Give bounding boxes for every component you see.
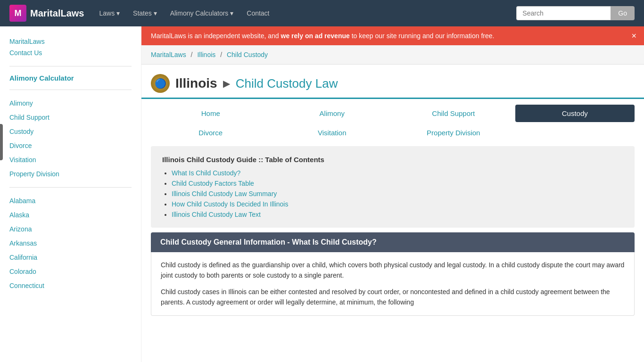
breadcrumb-illinois[interactable]: Illinois (197, 51, 215, 58)
navbar: M MaritalLaws Laws ▾ States ▾ Alimony Ca… (0, 0, 644, 26)
sidebar-link-contact[interactable]: Contact Us (9, 47, 132, 58)
brand-link[interactable]: M MaritalLaws (9, 5, 84, 22)
toc-item-3[interactable]: Illinois Child Custody Law Summary (172, 190, 277, 197)
nav-laws[interactable]: Laws ▾ (93, 7, 125, 20)
sidebar-link-child-support[interactable]: Child Support (9, 112, 132, 123)
sidebar-link-alaska[interactable]: Alaska (9, 209, 132, 221)
breadcrumb: MaritalLaws / Illinois / Child Custody (141, 45, 644, 65)
toc-item-1[interactable]: What Is Child Custody? (172, 169, 240, 177)
layout: MaritalLaws Contact Us Alimony Calculato… (0, 26, 644, 362)
toc-list: What Is Child Custody? Child Custody Fac… (162, 169, 623, 218)
breadcrumb-custody[interactable]: Child Custody (227, 51, 268, 58)
tabs-container: Home Alimony Child Support Custody Divor… (141, 99, 644, 141)
sidebar-link-arizona[interactable]: Arizona (9, 223, 132, 235)
sidebar-link-property[interactable]: Property Division (9, 168, 132, 180)
sidebar-link-visitation[interactable]: Visitation (9, 154, 132, 165)
toc-title: Illinois Child Custody Guide :: Table of… (162, 156, 623, 164)
sidebar-calculator-label: Alimony Calculator (9, 74, 132, 82)
brand-name: MaritalLaws (30, 8, 84, 19)
toc-item-5[interactable]: Illinois Child Custody Law Text (172, 211, 261, 218)
content-para-1: Child custody is defined as the guardian… (161, 260, 625, 281)
sidebar-link-divorce[interactable]: Divorce (9, 140, 132, 151)
search-button[interactable]: Go (611, 6, 635, 20)
toc-item-2[interactable]: Child Custody Factors Table (172, 180, 254, 187)
content-body: Child custody is defined as the guardian… (151, 252, 635, 316)
nav-alimony-calc[interactable]: Alimony Calculators ▾ (165, 7, 239, 20)
sidebar-link-alabama[interactable]: Alabama (9, 195, 132, 206)
tabs-row2: Divorce Visitation Property Division (151, 124, 635, 141)
tab-home[interactable]: Home (151, 105, 271, 122)
sidebar-state-links: Alabama Alaska Arizona Arkansas Californ… (9, 195, 132, 291)
sidebar-calculator-section: Alimony Calculator (9, 66, 132, 82)
sidebar-topics-section: Alimony Child Support Custody Divorce Vi… (9, 90, 132, 180)
arrow-icon: ▶ (223, 78, 230, 89)
tab-divorce[interactable]: Divorce (151, 124, 271, 141)
sidebar-link-connecticut[interactable]: Connecticut (9, 280, 132, 291)
sidebar-states-section: Alabama Alaska Arizona Arkansas Californ… (9, 187, 132, 291)
page-title: Child Custody Law (236, 76, 338, 91)
alert-close-button[interactable]: × (631, 31, 636, 41)
tab-custody[interactable]: Custody (515, 105, 635, 122)
search-input[interactable] (516, 6, 611, 20)
breadcrumb-home[interactable]: MaritalLaws (151, 51, 186, 58)
main-content: MaritalLaws is an independent website, a… (141, 26, 644, 362)
nav-states[interactable]: States ▾ (127, 7, 163, 20)
sidebar-topic-links: Alimony Child Support Custody Divorce Vi… (9, 98, 132, 180)
content-para-2: Child custody cases in Illinois can be e… (161, 287, 625, 308)
sidebar: MaritalLaws Contact Us Alimony Calculato… (0, 26, 141, 362)
search-form: Go (516, 6, 635, 20)
brand-logo: M (9, 5, 26, 22)
alert-text: MaritalLaws is an independent website, a… (151, 32, 494, 40)
alert-banner: MaritalLaws is an independent website, a… (141, 26, 644, 45)
state-name: Illinois (175, 76, 217, 91)
section-header: Child Custody General Information - What… (151, 232, 635, 252)
toc-box: Illinois Child Custody Guide :: Table of… (151, 146, 635, 228)
tab-child-support[interactable]: Child Support (394, 105, 513, 122)
sidebar-link-california[interactable]: California (9, 252, 132, 263)
toc-item-4[interactable]: How Child Custody Is Decided In Illinois (172, 200, 288, 208)
tab-property[interactable]: Property Division (394, 124, 513, 141)
sidebar-link-arkansas[interactable]: Arkansas (9, 238, 132, 249)
state-seal-icon: 🔵 (151, 74, 170, 93)
tabs-row1: Home Alimony Child Support Custody (151, 105, 635, 122)
page-header: 🔵 Illinois ▶ Child Custody Law (141, 65, 644, 99)
sidebar-link-custody[interactable]: Custody (9, 126, 132, 137)
nav-links: Laws ▾ States ▾ Alimony Calculators ▾ Co… (93, 9, 275, 17)
nav-contact[interactable]: Contact (241, 7, 275, 20)
sidebar-link-marital[interactable]: MaritalLaws (9, 36, 132, 47)
tab-alimony[interactable]: Alimony (272, 105, 392, 122)
sidebar-link-colorado[interactable]: Colorado (9, 266, 132, 277)
tab-visitation[interactable]: Visitation (272, 124, 392, 141)
sidebar-link-alimony[interactable]: Alimony (9, 98, 132, 109)
feedback-tab[interactable]: feedback (0, 124, 3, 160)
